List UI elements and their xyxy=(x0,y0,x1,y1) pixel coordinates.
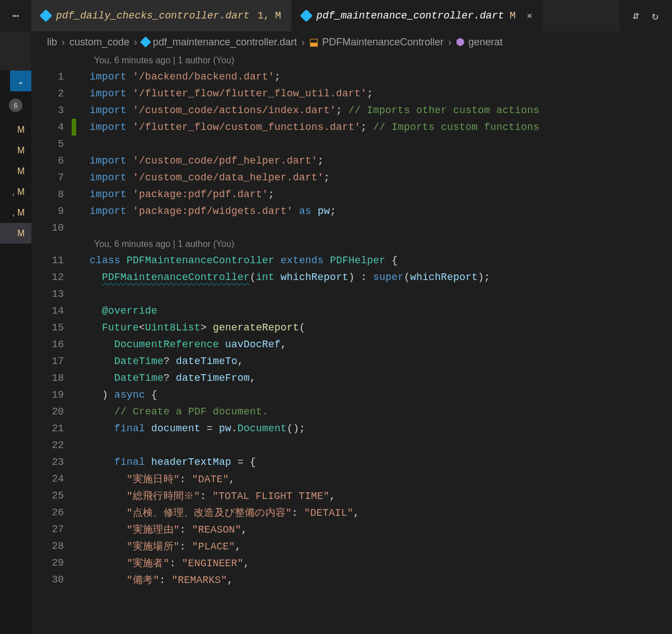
gutter-spacer xyxy=(72,370,76,386)
dart-file-icon xyxy=(40,10,53,22)
strip-modified[interactable]: , M xyxy=(0,202,31,223)
gutter-spacer xyxy=(72,386,76,403)
line-number: 4 xyxy=(31,122,72,133)
code-content: import '/backend/backend.dart'; xyxy=(76,71,281,82)
code-line[interactable]: 24 "実施日時": "DATE", xyxy=(31,470,672,487)
gutter-spacer xyxy=(72,487,76,504)
gutter-spacer xyxy=(72,521,76,538)
gutter-spacer xyxy=(72,252,76,269)
line-number: 5 xyxy=(31,138,72,150)
code-line[interactable]: 21 final document = pw.Document(); xyxy=(31,420,672,437)
strip-modified[interactable]: , M xyxy=(0,181,31,202)
code-content: "備考": "REMARKS", xyxy=(76,573,233,586)
tab-modified-badge: M xyxy=(510,10,516,21)
refresh-icon[interactable]: ↻ xyxy=(652,9,659,23)
code-line[interactable]: 16 DocumentReference uavDocRef, xyxy=(31,336,672,353)
class-icon: ⬓ xyxy=(309,36,319,48)
code-line[interactable]: 4import '/flutter_flow/custom_functions.… xyxy=(31,119,672,136)
strip-chevron[interactable]: ⌄ xyxy=(0,71,31,91)
gutter-spacer xyxy=(72,504,76,521)
strip-count-badge: 6 xyxy=(9,99,22,112)
strip-badge-wrap[interactable]: 6 xyxy=(0,91,31,119)
tab-inactive[interactable]: pdf_daily_checks_controller.dart 1, M xyxy=(31,0,292,31)
code-line[interactable]: 18 DateTime? dateTimeFrom, xyxy=(31,370,672,386)
code-line[interactable]: 17 DateTime? dateTimeTo, xyxy=(31,353,672,370)
line-number: 26 xyxy=(31,507,72,518)
code-line[interactable]: 5 xyxy=(31,136,672,152)
code-line[interactable]: 7import '/custom_code/data_helper.dart'; xyxy=(31,169,672,186)
code-content: PDFMaintenanceController(int whichReport… xyxy=(76,272,490,283)
line-number: 12 xyxy=(31,272,72,283)
code-line[interactable]: 25 "総飛行時間※": "TOTAL FLIGHT TIME", xyxy=(31,487,672,504)
gutter-spacer xyxy=(72,269,76,286)
gutter-spacer xyxy=(72,220,76,236)
code-line[interactable]: 29 "実施者": "ENGINEER", xyxy=(31,554,672,571)
gutter-spacer xyxy=(72,68,76,85)
chevron-right-icon: › xyxy=(134,36,137,48)
code-content: "点検、修理、改造及び整備の内容": "DETAIL", xyxy=(76,506,360,519)
breadcrumb-item[interactable]: custom_code xyxy=(69,36,129,48)
code-content: "実施者": "ENGINEER", xyxy=(76,556,250,570)
breadcrumb-item[interactable]: pdf_maintenance_controller.dart xyxy=(142,36,297,48)
line-number: 25 xyxy=(31,490,72,501)
code-line[interactable]: 6import '/custom_code/pdf_helper.dart'; xyxy=(31,152,672,169)
code-line[interactable]: 19 ) async { xyxy=(31,386,672,403)
strip-modified[interactable]: M xyxy=(0,161,31,181)
code-line[interactable]: 3import '/custom_code/actions/index.dart… xyxy=(31,102,672,119)
code-line[interactable]: 23 final headerTextMap = { xyxy=(31,454,672,470)
gutter-spacer xyxy=(72,336,76,353)
code-line[interactable]: 10 xyxy=(31,220,672,236)
code-line[interactable]: 26 "点検、修理、改造及び整備の内容": "DETAIL", xyxy=(31,504,672,521)
breadcrumb-item[interactable]: lib xyxy=(47,36,57,48)
close-tab-icon[interactable]: ✕ xyxy=(527,10,533,21)
code-line[interactable]: 14 @override xyxy=(31,302,672,319)
left-gutter-strip: ⌄ 6 M M M , M , M M xyxy=(0,31,31,634)
code-content: final document = pw.Document(); xyxy=(76,423,305,434)
code-editor[interactable]: You, 6 minutes ago | 1 author (You) 1imp… xyxy=(31,53,672,634)
editor-menu-icon[interactable]: ⋯ xyxy=(0,9,31,23)
code-content: DateTime? dateTimeFrom, xyxy=(76,372,256,384)
code-line[interactable]: 15 Future<Uint8List> generateReport( xyxy=(31,319,672,336)
strip-modified-selected[interactable]: M xyxy=(0,223,31,244)
line-number: 8 xyxy=(31,189,72,200)
line-number: 2 xyxy=(31,88,72,99)
code-line[interactable]: 28 "実施場所": "PLACE", xyxy=(31,538,672,554)
codelens-authors[interactable]: You, 6 minutes ago | 1 author (You) xyxy=(31,53,672,68)
code-line[interactable]: 20 // Create a PDF document. xyxy=(31,403,672,420)
code-line[interactable]: 30 "備考": "REMARKS", xyxy=(31,571,672,588)
compare-icon[interactable] xyxy=(633,9,640,23)
code-line[interactable]: 1import '/backend/backend.dart'; xyxy=(31,68,672,85)
code-content: // Create a PDF document. xyxy=(76,406,268,417)
code-content: import '/flutter_flow/flutter_flow_util.… xyxy=(76,88,373,99)
code-content: DateTime? dateTimeTo, xyxy=(76,356,244,367)
breadcrumb-item[interactable]: ⬓PDFMaintenanceController xyxy=(309,36,444,48)
code-line[interactable]: 12 PDFMaintenanceController(int whichRep… xyxy=(31,269,672,286)
code-line[interactable]: 2import '/flutter_flow/flutter_flow_util… xyxy=(31,85,672,102)
tab-label: pdf_maintenance_controller.dart xyxy=(316,10,504,21)
code-line[interactable]: 11class PDFMaintenanceController extends… xyxy=(31,252,672,269)
code-content: import '/flutter_flow/custom_functions.d… xyxy=(76,122,539,133)
line-number: 21 xyxy=(31,423,72,434)
code-content: DocumentReference uavDocRef, xyxy=(76,339,287,350)
line-number: 16 xyxy=(31,339,72,350)
chevron-right-icon: › xyxy=(301,36,305,48)
code-line[interactable]: 27 "実施理由": "REASON", xyxy=(31,521,672,538)
codelens-authors[interactable]: You, 6 minutes ago | 1 author (You) xyxy=(31,236,672,252)
strip-modified[interactable]: M xyxy=(0,119,31,140)
code-content: "実施日時": "DATE", xyxy=(76,472,235,486)
code-line[interactable]: 8import 'package:pdf/pdf.dart'; xyxy=(31,186,672,203)
gutter-spacer xyxy=(72,420,76,437)
code-line[interactable]: 9import 'package:pdf/widgets.dart' as pw… xyxy=(31,203,672,220)
chevron-right-icon: › xyxy=(448,36,451,48)
line-number: 29 xyxy=(31,557,72,568)
line-number: 22 xyxy=(31,440,72,451)
breadcrumb-item[interactable]: ⬢generat xyxy=(456,36,502,48)
strip-modified[interactable]: M xyxy=(0,140,31,161)
tab-active[interactable]: pdf_maintenance_controller.dart M ✕ xyxy=(292,0,543,31)
strip-spacer xyxy=(0,31,31,71)
gutter-spacer xyxy=(72,169,76,186)
code-line[interactable]: 22 xyxy=(31,437,672,454)
code-line[interactable]: 13 xyxy=(31,286,672,302)
gutter-spacer xyxy=(72,102,76,119)
code-content: import '/custom_code/actions/index.dart'… xyxy=(76,105,539,116)
